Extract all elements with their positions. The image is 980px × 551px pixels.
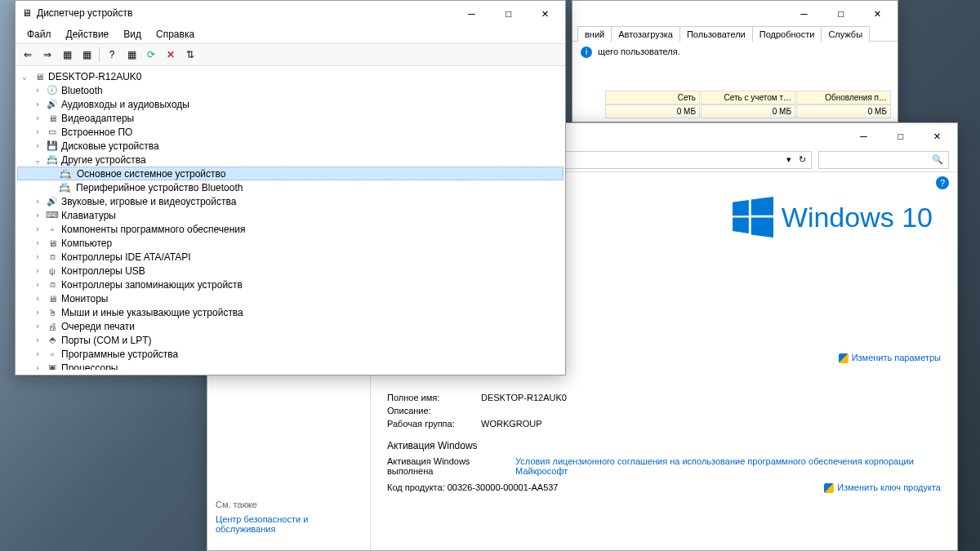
maximize-button[interactable]: ☐: [822, 2, 859, 24]
device-icon: 📇: [61, 167, 74, 180]
license-terms-link[interactable]: Условия лицензионного соглашения на испо…: [515, 456, 941, 476]
tree-node[interactable]: ›💾Дисковые устройства: [17, 139, 564, 153]
expand-icon[interactable]: ›: [32, 113, 43, 122]
device-icon: ⌨: [46, 209, 59, 222]
device-icon: 🖱: [46, 306, 59, 319]
menu-file[interactable]: Файл: [20, 27, 58, 42]
device-icon: ⧈: [46, 251, 59, 264]
expand-icon[interactable]: ›: [32, 335, 43, 344]
tree-node[interactable]: ›⧈Контроллеры запоминающих устройств: [17, 278, 564, 291]
expand-icon[interactable]: ›: [32, 141, 43, 150]
node-label: Звуковые, игровые и видеоустройства: [61, 196, 236, 207]
expand-icon[interactable]: ›: [32, 197, 43, 206]
expand-icon[interactable]: ›: [32, 100, 43, 109]
close-button[interactable]: ✕: [859, 2, 896, 24]
tab-startup[interactable]: Автозагрузка: [611, 26, 680, 42]
tab-details[interactable]: Подробности: [752, 26, 822, 42]
security-center-link[interactable]: Центр безопасности и обслуживания: [216, 514, 363, 534]
device-icon: ⬘: [46, 334, 59, 347]
tree-node[interactable]: ›ψКонтроллеры USB: [17, 264, 564, 278]
tree-node[interactable]: ›🖱Мыши и иные указывающие устройства: [17, 305, 564, 319]
expand-icon[interactable]: ›: [32, 224, 43, 233]
expand-icon[interactable]: ⌄: [32, 155, 43, 164]
device-tree[interactable]: ⌄🖥DESKTOP-R12AUK0›🕖Bluetooth›🔊Аудиовходы…: [16, 66, 565, 370]
taskmgr-titlebar[interactable]: — ☐ ✕: [572, 1, 898, 25]
maximize-button[interactable]: ☐: [882, 124, 919, 147]
tree-node[interactable]: ›🖥Мониторы: [17, 291, 564, 305]
expand-icon[interactable]: ›: [32, 322, 43, 331]
minimize-button[interactable]: —: [845, 124, 882, 147]
col-header[interactable]: Сеть с учетом т…: [701, 91, 795, 104]
device-manager-window: 🖥 Диспетчер устройств — ☐ ✕ Файл Действи…: [15, 0, 566, 375]
expand-icon[interactable]: ›: [32, 238, 43, 247]
tab-users[interactable]: Пользователи: [679, 26, 753, 42]
expand-icon[interactable]: ›: [32, 294, 43, 303]
tree-node[interactable]: ›🔊Аудиовходы и аудиовыходы: [17, 97, 564, 111]
tree-node[interactable]: ›⌨Клавиатуры: [17, 208, 564, 222]
grid2-icon[interactable]: ▦: [78, 46, 96, 64]
tree-node[interactable]: ›▣Процессоры: [17, 361, 564, 370]
devmgr-titlebar[interactable]: 🖥 Диспетчер устройств — ☐ ✕: [16, 1, 565, 25]
tab-services[interactable]: Службы: [821, 26, 870, 42]
taskmgr-message: щего пользователя.: [598, 47, 680, 56]
tree-node[interactable]: ›▫Программные устройства: [17, 347, 564, 361]
menu-view[interactable]: Вид: [117, 27, 148, 42]
tree-node[interactable]: 📇Основное системное устройство: [17, 167, 564, 180]
node-label: Мыши и иные указывающие устройства: [61, 307, 243, 318]
expand-icon[interactable]: ›: [32, 211, 43, 220]
tree-node[interactable]: ›🕖Bluetooth: [17, 83, 564, 97]
maximize-button[interactable]: ☐: [490, 2, 527, 24]
expand-icon[interactable]: ›: [32, 363, 43, 370]
remove-icon[interactable]: ✕: [162, 46, 180, 64]
change-params-link[interactable]: Изменить параметры: [852, 353, 941, 362]
tree-node[interactable]: ⌄🖥DESKTOP-R12AUK0: [17, 69, 564, 83]
tree-node[interactable]: ›🖨Очереди печати: [17, 319, 564, 333]
tree-node[interactable]: ›⧈Контроллеры IDE ATA/ATAPI: [17, 250, 564, 264]
expand-icon[interactable]: ›: [32, 86, 43, 95]
change-key-link[interactable]: Изменить ключ продукта: [837, 482, 941, 492]
expand-icon[interactable]: ›: [32, 127, 43, 136]
col-header[interactable]: Обновления п…: [796, 91, 891, 104]
shield-icon: [824, 483, 834, 493]
tree-node[interactable]: ⌄📇Другие устройства: [17, 153, 564, 167]
tree-node[interactable]: ›🖥Видеоадаптеры: [17, 111, 564, 125]
help-icon[interactable]: ?: [103, 46, 121, 64]
task-manager-window: — ☐ ✕ вний Автозагрузка Пользователи Под…: [572, 0, 898, 122]
expand-icon[interactable]: ›: [32, 280, 43, 289]
tree-node[interactable]: ›▭Встроенное ПО: [17, 125, 564, 139]
expand-icon[interactable]: ⌄: [19, 72, 30, 81]
forward-icon[interactable]: ⇒: [38, 46, 56, 64]
minimize-button[interactable]: —: [453, 2, 490, 24]
product-key-label: Код продукта: 00326-30000-00001-AA537: [387, 482, 559, 493]
search-icon: 🔍: [932, 154, 943, 165]
device-icon: ▭: [46, 126, 59, 139]
expand-icon[interactable]: ›: [32, 266, 43, 275]
expand-icon[interactable]: ›: [32, 308, 43, 317]
tab-item[interactable]: вний: [577, 26, 612, 42]
node-label: Основное системное устройство: [77, 168, 225, 180]
workgroup-value: WORKGROUP: [481, 419, 542, 429]
expand-icon[interactable]: ›: [32, 349, 43, 358]
update-icon[interactable]: ⇅: [181, 46, 199, 64]
col-header[interactable]: Сеть: [605, 91, 700, 104]
menu-action[interactable]: Действие: [60, 27, 116, 42]
expand-icon[interactable]: ›: [32, 252, 43, 261]
tree-node[interactable]: ›🖥Компьютер: [17, 236, 564, 250]
scan-icon[interactable]: ⟳: [142, 46, 160, 64]
refresh-icon[interactable]: ▦: [122, 46, 140, 64]
node-label: Дисковые устройства: [61, 140, 159, 152]
menu-help[interactable]: Справка: [149, 27, 201, 42]
node-label: Аудиовходы и аудиовыходы: [61, 99, 189, 110]
search-box[interactable]: 🔍: [818, 151, 949, 169]
tree-node[interactable]: ›⬘Порты (COM и LPT): [17, 333, 564, 347]
tree-node[interactable]: ›▫Компоненты программного обеспечения: [17, 222, 564, 236]
help-icon[interactable]: ?: [936, 176, 949, 189]
back-icon[interactable]: ⇐: [19, 46, 37, 64]
grid-icon[interactable]: ▦: [58, 46, 76, 64]
tree-node[interactable]: 📇Периферийное устройство Bluetooth: [17, 180, 564, 194]
tree-node[interactable]: ›🔊Звуковые, игровые и видеоустройства: [17, 194, 564, 208]
close-button[interactable]: ✕: [919, 124, 956, 147]
minimize-button[interactable]: —: [786, 2, 822, 24]
close-button[interactable]: ✕: [527, 2, 564, 24]
col-value: 0 МБ: [796, 104, 891, 118]
